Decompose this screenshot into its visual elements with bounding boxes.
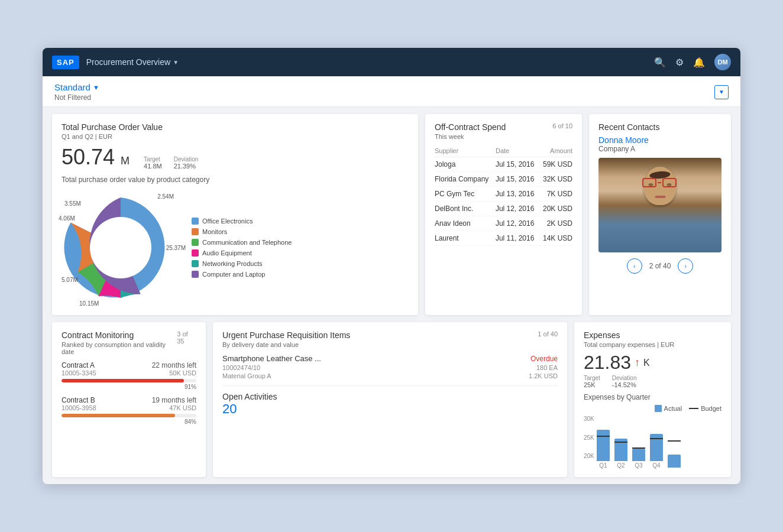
- legend-dot-2: [192, 239, 199, 246]
- col-supplier: Supplier: [435, 145, 496, 157]
- contact-name[interactable]: Donna Moore: [598, 135, 721, 145]
- legend-budget-label: Budget: [701, 405, 721, 412]
- po-metrics: 50.74 M Target 41.8M Deviation 21.39%: [62, 145, 409, 170]
- y-label-25k: 25K: [584, 434, 594, 441]
- cell-date: Jul 15, 2016: [496, 172, 539, 187]
- expenses-header: Expenses Total company expenses | EUR: [584, 330, 721, 348]
- contract-id: 10005-3345: [62, 369, 96, 377]
- urgent-item-value: 1.2K USD: [529, 372, 558, 379]
- cell-amount: 7K USD: [539, 187, 572, 202]
- off-contract-subtitle: This week: [435, 133, 506, 140]
- cell-supplier: Laurent: [435, 231, 496, 246]
- legend-budget: Budget: [689, 405, 721, 412]
- svg-point-0: [90, 217, 151, 278]
- off-contract-count: 6 of 10: [552, 122, 572, 129]
- legend-label-4: Networking Products: [202, 260, 263, 267]
- open-activities-value: 20: [222, 401, 558, 417]
- legend-label-0: Office Electronics: [202, 218, 253, 225]
- bar-quarter-label: Q1: [599, 462, 607, 469]
- urgent-item-id: 10002474/10: [222, 364, 260, 371]
- contract-row1: Contract B 19 months left: [62, 396, 196, 404]
- cell-date: Jul 11, 2016: [496, 231, 539, 246]
- off-contract-row: DelBont Inc. Jul 12, 2016 20K USD: [435, 202, 572, 216]
- po-target: Target 41.8M: [144, 156, 162, 170]
- progress-fill: [62, 414, 175, 417]
- legend-dot-0: [192, 218, 199, 225]
- y-axis-labels: 30K 25K 20K: [584, 416, 594, 469]
- contact-company: Company A: [598, 145, 721, 153]
- progress-text: 84%: [62, 419, 196, 425]
- contract-row2: 10005-3958 47K USD: [62, 404, 196, 411]
- legend-item-5: Computer and Laptop: [192, 271, 292, 278]
- legend-dot-5: [192, 271, 199, 278]
- urgent-item: Smartphone Leather Case ... Overdue 1000…: [222, 348, 558, 386]
- budget-line: [597, 436, 610, 437]
- sap-logo: SAP: [52, 56, 79, 69]
- legend-dot-4: [192, 260, 199, 267]
- open-activities-section: Open Activities 20: [222, 392, 558, 417]
- bar-chart: Q1 Q2 Q3 Q4: [597, 416, 681, 469]
- bar-actual: [632, 449, 645, 461]
- avatar[interactable]: DM: [714, 54, 731, 70]
- progress-bar: [62, 379, 196, 382]
- nav-title: Procurement Overview ▼: [86, 57, 179, 67]
- contact-next-button[interactable]: ›: [678, 258, 693, 274]
- bar-chart-title: Expenses by Quarter: [584, 393, 721, 401]
- urgent-title: Urgent Purchase Requisition Items: [222, 330, 350, 340]
- contract-title: Contract Monitoring: [62, 330, 177, 340]
- contract-item: Contract A 22 months left 10005-3345 50K…: [62, 361, 196, 390]
- expenses-unit: K: [643, 358, 650, 368]
- budget-line: [632, 447, 645, 449]
- expenses-value: 21.83 ↑ K: [584, 352, 721, 374]
- legend-dot-3: [192, 249, 199, 257]
- contract-value: 50K USD: [169, 369, 196, 377]
- collapse-button[interactable]: ▼: [714, 85, 729, 99]
- urgent-item-details2: Material Group A 1.2K USD: [222, 372, 558, 379]
- search-icon[interactable]: 🔍: [654, 57, 666, 68]
- cell-supplier: DelBont Inc.: [435, 202, 496, 216]
- donut-area: 2.54M 3.55M 4.06M 5.07M 10.15M 25.37M Of…: [62, 189, 409, 307]
- chart-section: Total purchase order value by product ca…: [62, 176, 409, 307]
- settings-icon[interactable]: ⚙: [675, 57, 684, 68]
- contract-card: Contract Monitoring Ranked by consumptio…: [52, 322, 206, 477]
- cell-supplier: Florida Company: [435, 172, 496, 187]
- progress-fill: [62, 379, 184, 382]
- expenses-deviation: Deviation -14.52%: [612, 375, 637, 388]
- cell-amount: 59K USD: [539, 157, 572, 172]
- nav-chevron-icon[interactable]: ▼: [173, 59, 179, 66]
- cell-amount: 20K USD: [539, 202, 572, 216]
- off-contract-row: Anav Ideon Jul 12, 2016 2K USD: [435, 216, 572, 231]
- cell-supplier: Jologa: [435, 157, 496, 172]
- off-contract-header: Off-Contract Spend This week 6 of 10: [435, 122, 572, 140]
- contact-prev-button[interactable]: ‹: [627, 258, 642, 274]
- view-selector[interactable]: Standard ▼: [54, 82, 99, 92]
- expenses-title: Expenses: [584, 330, 674, 340]
- legend-actual: Actual: [655, 405, 682, 412]
- legend-actual-label: Actual: [664, 405, 682, 412]
- contract-title-block: Contract Monitoring Ranked by consumptio…: [62, 330, 177, 355]
- filter-bar: Standard ▼ Not Filtered ▼: [43, 76, 740, 107]
- y-label-20k: 20K: [584, 453, 594, 459]
- donut-chart: 2.54M 3.55M 4.06M 5.07M 10.15M 25.37M: [62, 189, 180, 307]
- bar-legend: Actual Budget: [584, 405, 721, 412]
- bar-group: [668, 424, 681, 469]
- expenses-subtitle: Total company expenses | EUR: [584, 341, 674, 348]
- nav-left: SAP Procurement Overview ▼: [52, 56, 179, 69]
- cell-date: Jul 13, 2016: [496, 187, 539, 202]
- legend-label-2: Communication and Telephone: [202, 239, 292, 246]
- po-target-label: Target: [144, 156, 162, 163]
- bar-group: Q4: [650, 417, 663, 469]
- progress-bar: [62, 414, 196, 417]
- legend-item-4: Networking Products: [192, 260, 292, 267]
- off-contract-row: Florida Company Jul 15, 2016 32K USD: [435, 172, 572, 187]
- expenses-title-block: Expenses Total company expenses | EUR: [584, 330, 674, 348]
- bar-chart-with-labels: 30K 25K 20K Q1 Q2 Q3 Q4: [584, 416, 721, 469]
- legend-item-3: Audio Equipment: [192, 249, 292, 257]
- off-contract-title-block: Off-Contract Spend This week: [435, 122, 506, 140]
- notifications-icon[interactable]: 🔔: [693, 57, 705, 68]
- legend-label-5: Computer and Laptop: [202, 271, 265, 278]
- contract-months: 22 months left: [152, 361, 196, 369]
- off-contract-title: Off-Contract Spend: [435, 122, 506, 132]
- cell-amount: 32K USD: [539, 172, 572, 187]
- legend-label-1: Monitors: [202, 228, 227, 235]
